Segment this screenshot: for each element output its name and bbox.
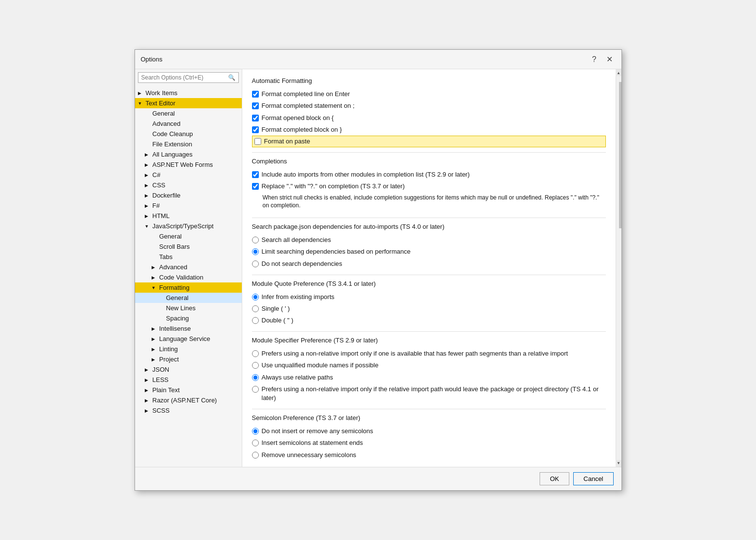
tree-item-advanced2[interactable]: ▶Advanced: [135, 262, 242, 272]
tree-item-formatting[interactable]: ▼Formatting: [135, 282, 242, 293]
radio-mq1[interactable]: [252, 294, 259, 300]
tree-label-work-items: Work Items: [146, 89, 178, 97]
tree-item-asp-net[interactable]: ▶ASP.NET Web Forms: [135, 160, 242, 170]
radio-sd2[interactable]: [252, 248, 259, 255]
radio-ms1[interactable]: [252, 350, 259, 357]
radio-sc1[interactable]: [252, 428, 259, 435]
tree-item-scroll-bars[interactable]: Scroll Bars: [135, 241, 242, 252]
tree-item-less[interactable]: ▶LESS: [135, 375, 242, 385]
tree-item-spacing[interactable]: Spacing: [135, 313, 242, 323]
tree-item-new-lines[interactable]: New Lines: [135, 303, 242, 313]
checkbox-chk5[interactable]: [254, 138, 261, 145]
tree-arrow-dockerfile: ▶: [145, 193, 151, 198]
option-row-sc2: Insert semicolons at statement ends: [252, 437, 606, 449]
checkbox-chk1[interactable]: [252, 91, 259, 98]
tree-item-linting[interactable]: ▶Linting: [135, 344, 242, 354]
label-ms2: Use unqualified module names if possible: [262, 361, 379, 370]
tree-item-css[interactable]: ▶CSS: [135, 180, 242, 190]
section-label: Semicolon Preference (TS 3.7 or later): [252, 414, 606, 421]
tree-item-intellisense[interactable]: ▶Intellisense: [135, 323, 242, 334]
label-chk5: Format on paste: [264, 137, 310, 146]
search-input[interactable]: [141, 74, 228, 81]
tree-arrow-html: ▶: [145, 214, 151, 219]
tree-label-text-editor: Text Editor: [146, 100, 175, 107]
scrollbar[interactable]: ▲ ▼: [616, 69, 621, 467]
tree-label-spacing: Spacing: [166, 315, 189, 322]
tree-item-formatting-general[interactable]: General: [135, 293, 242, 303]
tree-item-js-general[interactable]: General: [135, 231, 242, 241]
tree-label-asp-net: ASP.NET Web Forms: [153, 161, 213, 168]
radio-ms4[interactable]: [252, 386, 259, 393]
tree-item-dockerfile[interactable]: ▶Dockerfile: [135, 190, 242, 200]
radio-ms3[interactable]: [252, 374, 259, 381]
tree-arrow-project: ▶: [152, 357, 157, 362]
radio-ms2[interactable]: [252, 362, 259, 369]
tree-label-language-service: Language Service: [159, 335, 211, 342]
checkbox-chk4[interactable]: [252, 126, 259, 133]
tree-label-csharp: C#: [153, 171, 161, 179]
tree-item-scss[interactable]: ▶SCSS: [135, 405, 242, 416]
radio-mq3[interactable]: [252, 317, 259, 324]
scroll-down-btn[interactable]: ▼: [616, 460, 621, 467]
label-ms4: Prefers using a non-relative import only…: [262, 385, 606, 402]
tree-item-html[interactable]: ▶HTML: [135, 211, 242, 221]
tree-item-file-extension[interactable]: File Extension: [135, 139, 242, 149]
tree-arrow-code-validation: ▶: [152, 275, 157, 280]
help-button[interactable]: ?: [589, 54, 600, 65]
cancel-button[interactable]: Cancel: [573, 472, 613, 485]
radio-sc3[interactable]: [252, 452, 259, 459]
tree-item-tabs[interactable]: Tabs: [135, 252, 242, 262]
search-box[interactable]: 🔍: [138, 72, 239, 83]
label-sd2: Limit searching dependencies based on pe…: [262, 247, 411, 256]
checkbox-chk2[interactable]: [252, 102, 259, 109]
radio-sc2[interactable]: [252, 440, 259, 446]
close-button[interactable]: ✕: [603, 54, 616, 65]
scroll-thumb[interactable]: [619, 82, 621, 228]
scroll-up-btn[interactable]: ▲: [616, 69, 621, 76]
option-row-ms2: Use unqualified module names if possible: [252, 360, 606, 371]
tree-label-html: HTML: [153, 212, 170, 220]
label-chk2: Format completed statement on ;: [262, 101, 355, 110]
section-label: Completions: [252, 158, 606, 165]
tree-arrow-text-editor: ▼: [138, 101, 144, 106]
tree-item-code-validation[interactable]: ▶Code Validation: [135, 272, 242, 282]
tree-item-razor[interactable]: ▶Razor (ASP.NET Core): [135, 395, 242, 405]
tree-arrow-linting: ▶: [152, 347, 157, 352]
radio-sd3[interactable]: [252, 260, 259, 267]
tree-item-csharp[interactable]: ▶C#: [135, 170, 242, 180]
options-dialog: Options ? ✕ 🔍 ▶Work Items▼Text EditorGen…: [135, 49, 622, 491]
tree-item-json[interactable]: ▶JSON: [135, 364, 242, 375]
tree-item-js-ts[interactable]: ▼JavaScript/TypeScript: [135, 221, 242, 231]
label-sd3: Do not search dependencies: [262, 260, 343, 268]
label-sd1: Search all dependencies: [262, 236, 331, 244]
checkbox-cchk2[interactable]: [252, 183, 259, 190]
radio-sd1[interactable]: [252, 237, 259, 243]
tree-item-code-cleanup[interactable]: Code Cleanup: [135, 129, 242, 139]
tree-label-less: LESS: [153, 376, 169, 383]
tree-item-fsharp[interactable]: ▶F#: [135, 200, 242, 211]
checkbox-cchk1[interactable]: [252, 171, 259, 178]
section-divider: [252, 218, 606, 218]
tree-item-project[interactable]: ▶Project: [135, 354, 242, 364]
tree-item-work-items[interactable]: ▶Work Items: [135, 88, 242, 98]
tree-item-general[interactable]: General: [135, 108, 242, 119]
label-cchk2: Replace "." with "?." on completion (TS …: [262, 182, 405, 191]
ok-button[interactable]: OK: [540, 472, 569, 485]
left-panel: 🔍 ▶Work Items▼Text EditorGeneralAdvanced…: [135, 69, 242, 467]
tree-item-text-editor[interactable]: ▼Text Editor: [135, 98, 242, 108]
label-ms3: Always use relative paths: [262, 373, 333, 382]
tree-label-file-extension: File Extension: [153, 140, 193, 148]
tree-item-advanced[interactable]: Advanced: [135, 119, 242, 129]
tree-label-fsharp: F#: [153, 202, 160, 209]
option-row-sc1: Do not insert or remove any semicolons: [252, 425, 606, 437]
radio-mq2[interactable]: [252, 305, 259, 312]
label-mq3: Double ( " ): [262, 316, 293, 325]
tree-item-all-languages[interactable]: ▶All Languages: [135, 149, 242, 160]
tree-item-language-service[interactable]: ▶Language Service: [135, 334, 242, 344]
search-icon: 🔍: [228, 74, 235, 81]
tree-item-plain-text[interactable]: ▶Plain Text: [135, 385, 242, 395]
content-area: Automatic FormattingFormat completed lin…: [242, 69, 616, 467]
tree: ▶Work Items▼Text EditorGeneralAdvancedCo…: [135, 86, 242, 467]
checkbox-chk3[interactable]: [252, 115, 259, 121]
section-label: Automatic Formatting: [252, 77, 606, 84]
